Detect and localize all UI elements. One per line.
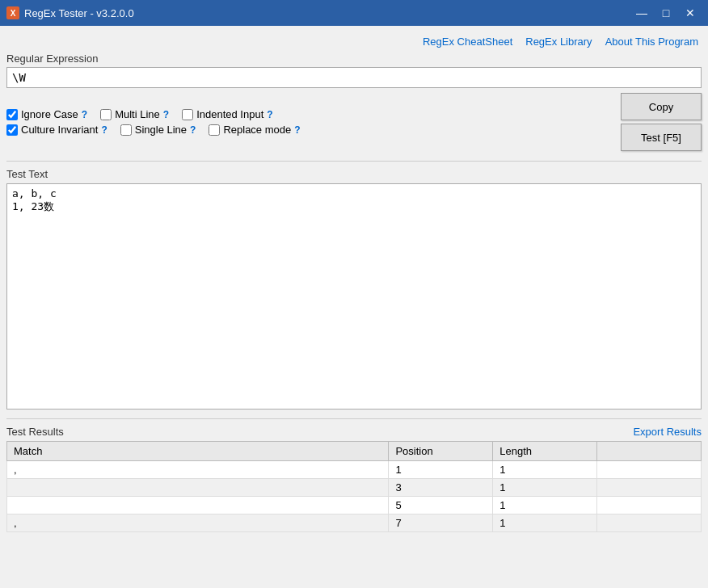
options-row: Ignore Case ? Multi Line ? Indented Inpu…: [6, 93, 702, 151]
cell-extra: [597, 497, 702, 514]
cell-length: 1: [493, 514, 597, 532]
action-buttons: Copy Test [F5]: [621, 93, 702, 151]
top-menu: RegEx CheatSheet RegEx Library About Thi…: [6, 36, 702, 48]
test-button[interactable]: Test [F5]: [621, 124, 702, 151]
test-text-input[interactable]: a, b, c 1, 23数: [6, 183, 702, 410]
table-row: 51: [7, 497, 702, 514]
maximize-button[interactable]: □: [655, 3, 677, 23]
cheatsheet-link[interactable]: RegEx CheatSheet: [423, 36, 512, 48]
test-text-section: Test Text a, b, c 1, 23数: [6, 168, 702, 412]
app-icon: X: [6, 6, 19, 19]
regex-input[interactable]: [6, 67, 702, 88]
table-row: ,71: [7, 514, 702, 532]
ignore-case-help[interactable]: ?: [82, 109, 87, 120]
window-controls: — □ ✕: [630, 3, 702, 23]
replace-mode-checkbox[interactable]: [209, 124, 220, 136]
copy-button[interactable]: Copy: [621, 93, 702, 120]
cell-position: 3: [389, 479, 493, 497]
single-line-label: Single Line: [135, 124, 187, 136]
single-line-checkbox[interactable]: [120, 124, 132, 136]
cell-match: [7, 497, 389, 514]
options-line-2: Culture Invariant ? Single Line ? Replac…: [6, 124, 608, 136]
results-section: Test Results Export Results Match Positi…: [6, 426, 702, 532]
indented-input-checkbox[interactable]: [182, 109, 193, 120]
cell-match: ,: [7, 514, 389, 532]
culture-invariant-checkbox[interactable]: [6, 124, 18, 136]
divider-2: [6, 418, 702, 419]
indented-input-help[interactable]: ?: [267, 109, 272, 120]
cell-extra: [597, 514, 702, 532]
options-line-1: Ignore Case ? Multi Line ? Indented Inpu…: [6, 108, 608, 120]
close-button[interactable]: ✕: [679, 3, 702, 23]
title-bar: X RegEx Tester - v3.2.0.0 — □ ✕: [0, 0, 708, 26]
minimize-button[interactable]: —: [630, 3, 653, 23]
cell-extra: [597, 461, 702, 479]
ignore-case-label: Ignore Case: [21, 108, 78, 120]
culture-invariant-option[interactable]: Culture Invariant ?: [6, 124, 107, 136]
replace-mode-help[interactable]: ?: [294, 124, 300, 136]
ignore-case-option[interactable]: Ignore Case ?: [6, 108, 87, 120]
divider-1: [6, 161, 702, 162]
table-header-row: Match Position Length: [7, 442, 702, 461]
cell-length: 1: [493, 461, 597, 479]
col-match: Match: [7, 442, 389, 461]
culture-invariant-help[interactable]: ?: [101, 124, 107, 136]
multi-line-label: Multi Line: [115, 108, 160, 120]
table-row: ,11: [7, 461, 702, 479]
ignore-case-checkbox[interactable]: [6, 109, 18, 120]
col-length: Length: [493, 442, 597, 461]
results-header: Test Results Export Results: [6, 426, 702, 438]
results-table-head: Match Position Length: [7, 442, 702, 461]
cell-length: 1: [493, 479, 597, 497]
window-title: RegEx Tester - v3.2.0.0: [24, 7, 630, 19]
cell-position: 1: [389, 461, 493, 479]
multi-line-help[interactable]: ?: [163, 109, 169, 120]
results-tbody: ,11 3151,71: [7, 461, 702, 532]
multi-line-option[interactable]: Multi Line ?: [100, 108, 169, 120]
main-content: RegEx CheatSheet RegEx Library About Thi…: [0, 26, 708, 539]
indented-input-label: Indented Input: [196, 108, 263, 120]
cell-position: 7: [389, 514, 493, 532]
culture-invariant-label: Culture Invariant: [21, 124, 98, 136]
single-line-help[interactable]: ?: [190, 124, 196, 136]
library-link[interactable]: RegEx Library: [525, 36, 592, 48]
single-line-option[interactable]: Single Line ?: [120, 124, 196, 136]
regex-label: Regular Expression: [6, 52, 702, 65]
about-link[interactable]: About This Program: [605, 36, 698, 48]
replace-mode-option[interactable]: Replace mode ?: [209, 124, 300, 136]
cell-position: 5: [389, 497, 493, 514]
top-section: RegEx CheatSheet RegEx Library About Thi…: [6, 32, 702, 154]
multi-line-checkbox[interactable]: [100, 109, 112, 120]
cell-extra: [597, 479, 702, 497]
results-label: Test Results: [6, 426, 64, 438]
col-extra: [597, 442, 702, 461]
export-results-link[interactable]: Export Results: [633, 426, 702, 438]
options-left: Ignore Case ? Multi Line ? Indented Inpu…: [6, 108, 608, 136]
indented-input-option[interactable]: Indented Input ?: [182, 108, 272, 120]
test-text-label: Test Text: [6, 168, 702, 180]
cell-match: [7, 479, 389, 497]
cell-length: 1: [493, 497, 597, 514]
col-position: Position: [389, 442, 493, 461]
table-row: 31: [7, 479, 702, 497]
results-table: Match Position Length ,11 3151,71: [6, 441, 702, 532]
cell-match: ,: [7, 461, 389, 479]
replace-mode-label: Replace mode: [223, 124, 291, 136]
